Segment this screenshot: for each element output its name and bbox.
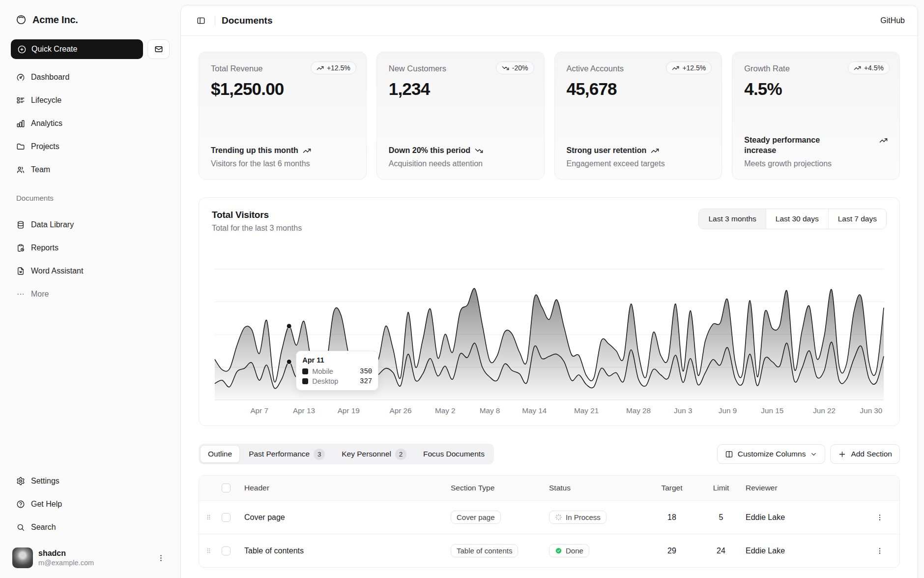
sidebar-item-lifecycle[interactable]: Lifecycle [11,91,170,110]
nav-secondary: Settings Get Help Search [11,472,170,537]
status-label: In Process [566,513,601,521]
sidebar-item-search[interactable]: Search [11,518,170,537]
target-cell[interactable]: 29 [647,547,696,555]
sidebar-toggle-button[interactable] [194,13,208,28]
status-badge: Done [549,544,589,557]
sidebar-item-label: More [31,290,49,299]
tab-count-badge: 2 [395,449,406,460]
range-last-30-days[interactable]: Last 30 days [766,209,828,229]
chart-plot-area[interactable]: Apr 7Apr 13Apr 19Apr 26May 2May 8May 14M… [212,264,887,418]
svg-text:May 14: May 14 [522,406,547,415]
sidebar-item-label: Get Help [31,500,62,509]
range-last-3-months[interactable]: Last 3 months [699,209,765,229]
card-active-accounts: Active Accounts +12.5% 45,678 Strong use… [554,52,722,180]
main-header: Documents GitHub [181,5,918,36]
card-value: 45,678 [567,79,710,99]
customize-columns-button[interactable]: Customize Columns [717,444,826,464]
drag-handle[interactable] [205,547,222,554]
inbox-button[interactable] [147,39,170,59]
trending-up-icon [854,64,861,72]
section-type-badge: Table of contents [451,544,518,557]
trend-badge: -20% [496,61,534,74]
section-type-badge: Cover page [451,511,501,524]
row-menu-button[interactable] [873,511,887,524]
row-checkbox[interactable] [222,513,231,522]
sidebar-item-label: Projects [31,142,59,151]
sidebar-item-get-help[interactable]: Get Help [11,495,170,514]
reviewer-cell[interactable]: Eddie Lake [746,547,866,555]
drag-handle[interactable] [205,514,222,521]
loader-icon [555,514,562,521]
svg-text:Apr 7: Apr 7 [250,406,268,415]
sidebar-item-label: Analytics [31,119,62,128]
trend-badge: +4.5% [848,61,890,74]
folder-icon [16,142,25,151]
header-divider [215,16,215,26]
brand[interactable]: Acme Inc. [11,9,170,30]
trending-down-icon [502,64,509,72]
limit-cell[interactable]: 5 [696,513,746,522]
sidebar-group-documents: Documents [11,194,170,202]
sidebar-item-reports[interactable]: Reports [11,239,170,257]
quick-create-row: Quick Create [11,39,170,59]
sidebar-item-dashboard[interactable]: Dashboard [11,68,170,87]
kebab-icon [876,547,884,555]
sidebar-item-label: Dashboard [31,73,69,82]
reviewer-cell[interactable]: Eddie Lake [746,513,866,522]
limit-cell[interactable]: 24 [696,547,746,555]
sidebar-item-label: Team [31,165,50,174]
file-word-icon [16,267,25,275]
sidebar-item-settings[interactable]: Settings [11,472,170,490]
svg-text:Jun 3: Jun 3 [674,406,692,415]
range-last-7-days[interactable]: Last 7 days [828,209,886,229]
row-checkbox[interactable] [222,547,231,555]
quick-create-button[interactable]: Quick Create [11,39,143,59]
tooltip-date: Apr 11 [302,356,372,364]
row-header-cell[interactable]: Table of contents [244,547,451,555]
card-footer-title: Trending up this month [211,146,298,156]
user-menu[interactable]: shadcn m@example.com [11,546,170,570]
tooltip-series-name: Desktop [312,377,338,385]
area-chart[interactable]: Apr 7Apr 13Apr 19Apr 26May 2May 8May 14M… [212,264,887,418]
tab-past-performance[interactable]: Past Performance 3 [241,445,333,463]
user-meta: shadcn m@example.com [38,548,148,567]
sidebar-item-analytics[interactable]: Analytics [11,114,170,133]
table-row: Cover page Cover page In Process 18 5 Ed… [199,500,899,534]
add-section-button[interactable]: Add Section [830,444,900,464]
target-cell[interactable]: 18 [647,513,696,522]
trending-up-icon [317,64,324,72]
sidebar-item-data-library[interactable]: Data Library [11,215,170,234]
trend-badge: +12.5% [666,61,712,74]
status-label: Done [566,547,583,555]
sidebar-item-label: Search [31,523,56,532]
circle-plus-icon [17,45,27,54]
sidebar-item-label: Lifecycle [31,96,61,105]
main-panel: Documents GitHub Total Revenue +12.5% $1… [180,5,918,578]
svg-text:Jun 9: Jun 9 [719,406,737,415]
table-row: Table of contents Table of contents Done… [199,534,899,567]
range-toggle-group: Last 3 months Last 30 days Last 7 days [698,209,887,229]
visitors-chart-card: Total Visitors Total for the last 3 mont… [199,197,900,426]
tab-count-badge: 3 [314,449,325,460]
tab-outline[interactable]: Outline [200,445,240,463]
tab-focus-documents[interactable]: Focus Documents [415,445,492,463]
row-menu-button[interactable] [873,544,887,558]
plus-icon [838,450,846,458]
help-icon [16,500,25,509]
user-menu-button[interactable] [154,551,168,565]
sidebar-item-projects[interactable]: Projects [11,137,170,156]
list-details-icon [16,96,25,105]
row-header-cell[interactable]: Cover page [244,513,451,522]
col-section-type: Section Type [451,484,549,492]
col-target: Target [647,484,696,492]
tab-key-personnel[interactable]: Key Personnel 2 [334,445,414,463]
chart-bar-icon [16,119,25,128]
sidebar-item-team[interactable]: Team [11,160,170,179]
sidebar-item-more[interactable]: More [11,285,170,304]
main-content: Total Revenue +12.5% $1,250.00 Trending … [181,36,918,578]
sidebar-item-word-assistant[interactable]: Word Assistant [11,262,170,280]
svg-text:May 28: May 28 [626,406,651,415]
sidebar-item-label: Settings [31,477,59,486]
select-all-checkbox[interactable] [222,484,231,492]
github-link[interactable]: GitHub [880,16,905,25]
